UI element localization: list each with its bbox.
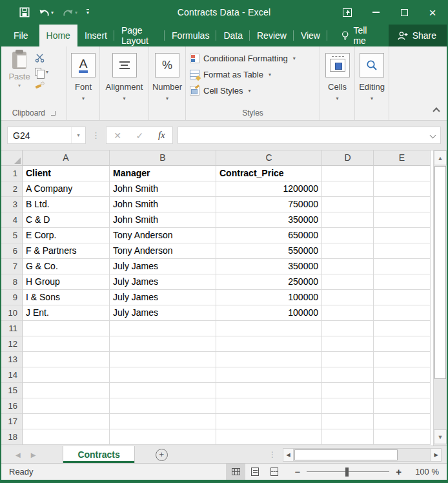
maximize-button[interactable] [390,0,418,25]
grid-cell[interactable] [322,321,374,336]
row-header[interactable]: 8 [1,274,23,290]
editing-group[interactable]: Editing ▾ [355,46,389,120]
row-header[interactable]: 14 [1,367,23,383]
copy-button[interactable]: ▾ [35,67,48,77]
grid-cell[interactable] [23,383,110,398]
save-icon[interactable] [19,7,30,17]
grid-cell[interactable]: J Ent. [23,305,110,321]
grid-cell[interactable]: A Company [23,181,110,197]
select-all-corner[interactable] [1,150,23,166]
minimize-button[interactable] [361,0,390,25]
grid-cell[interactable] [110,367,216,383]
formula-bar-grip-icon[interactable]: ⋮ [92,130,100,140]
grid-cell[interactable] [216,336,322,352]
scroll-left-icon[interactable]: ◀ [283,448,294,462]
row-header[interactable]: 6 [1,243,23,259]
zoom-level[interactable]: 100 % [405,467,439,477]
grid-cell[interactable] [322,259,374,274]
zoom-slider[interactable] [307,468,389,477]
share-button[interactable]: Share [389,25,447,46]
zoom-out-button[interactable]: − [294,466,300,477]
vertical-scroll-thumb[interactable] [434,166,446,379]
tab-view[interactable]: View [294,25,327,46]
grid-cell[interactable] [374,228,431,243]
row-header[interactable]: 12 [1,336,23,352]
clipboard-dialog-launcher-icon[interactable] [51,111,56,116]
editing-caret-icon[interactable]: ▾ [371,96,373,101]
grid-cell[interactable] [216,352,322,367]
row-header[interactable]: 5 [1,228,23,243]
grid-cell[interactable] [374,290,431,305]
paste-caret-icon[interactable]: ▾ [18,83,21,88]
grid-cell[interactable]: H Group [23,274,110,290]
redo-button[interactable]: ▾ [63,8,77,17]
tab-page-layout[interactable]: Page Layout [114,25,165,46]
row-header[interactable]: 2 [1,181,23,197]
row-header[interactable]: 9 [1,290,23,305]
tab-review[interactable]: Review [250,25,294,46]
grid-cell[interactable]: G & Co. [23,259,110,274]
column-header-C[interactable]: C [216,150,322,166]
number-caret-icon[interactable]: ▾ [166,96,168,101]
grid-cell[interactable] [23,321,110,336]
row-header[interactable]: 10 [1,305,23,321]
tab-file[interactable]: File [3,25,39,46]
grid-cell[interactable]: Tony Anderson [110,228,216,243]
grid-cell[interactable] [110,336,216,352]
row-header[interactable]: 13 [1,352,23,367]
row-header[interactable]: 1 [1,166,23,181]
grid-cell[interactable] [110,414,216,429]
redo-caret-icon[interactable]: ▾ [75,10,77,15]
grid-cell[interactable]: 350000 [216,259,322,274]
grid-cell[interactable] [110,321,216,336]
grid-cell[interactable] [23,429,110,445]
row-header[interactable]: 3 [1,197,23,212]
grid-cell[interactable]: 100000 [216,305,322,321]
next-sheet-icon[interactable]: ▶ [31,451,36,458]
grid-cell[interactable]: 750000 [216,197,322,212]
undo-caret-icon[interactable]: ▾ [51,10,54,15]
row-header[interactable]: 15 [1,383,23,398]
sheet-bar-grip-icon[interactable]: ⋮ [269,450,276,459]
column-header-E[interactable]: E [374,150,431,166]
column-header-A[interactable]: A [23,150,110,166]
grid-cell[interactable] [322,414,374,429]
cut-button[interactable] [35,53,48,63]
column-header-D[interactable]: D [322,150,374,166]
grid-cell[interactable]: John Smith [110,181,216,197]
cells-group[interactable]: Cells ▾ [320,46,355,120]
grid-cell[interactable]: 100000 [216,290,322,305]
horizontal-scroll-thumb[interactable] [294,449,398,460]
grid-cell[interactable] [374,166,431,181]
format-as-table-button[interactable]: Format as Table ▾ [190,67,320,83]
tab-insert[interactable]: Insert [77,25,114,46]
grid-cell[interactable]: John Smith [110,212,216,228]
row-header[interactable]: 4 [1,212,23,228]
alignment-group[interactable]: Alignment ▾ [100,46,149,120]
grid-cell[interactable] [216,429,322,445]
grid-cell[interactable] [322,305,374,321]
row-header[interactable]: 17 [1,414,23,429]
name-box-caret-icon[interactable]: ▾ [71,127,85,143]
grid-cell[interactable]: Manager [110,166,216,181]
zoom-in-button[interactable]: + [396,466,402,477]
grid-cell[interactable] [374,383,431,398]
cells-caret-icon[interactable]: ▾ [336,96,338,101]
alignment-caret-icon[interactable]: ▾ [123,96,125,101]
grid-cell[interactable] [374,321,431,336]
grid-cell[interactable] [110,398,216,414]
scroll-down-icon[interactable]: ▼ [434,429,447,444]
grid-cell[interactable] [374,414,431,429]
grid-cell[interactable] [110,429,216,445]
grid-cell[interactable] [374,274,431,290]
grid-cell[interactable] [216,321,322,336]
grid-cell[interactable] [374,181,431,197]
grid-cell[interactable]: 350000 [216,212,322,228]
font-caret-icon[interactable]: ▾ [82,96,85,101]
grid-cell[interactable]: July James [110,274,216,290]
prev-sheet-icon[interactable]: ◀ [15,451,21,458]
grid-cell[interactable] [322,336,374,352]
row-header[interactable]: 16 [1,398,23,414]
page-break-view-button[interactable] [265,464,284,480]
grid-cell[interactable] [374,336,431,352]
